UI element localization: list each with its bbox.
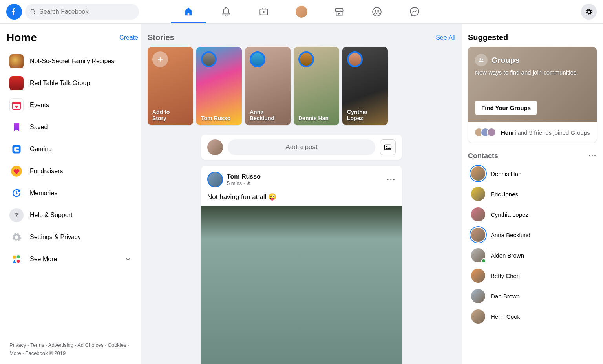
contact-name: Henri Cook [491,313,520,320]
post-image[interactable] [201,206,402,364]
post-card: Tom Russo 5 mins · ··· Not having fun at… [201,166,402,364]
footer-link[interactable]: Terms [30,342,44,348]
suggested-title: Suggested [468,33,597,42]
contact-avatar [471,309,485,324]
sidebar-item-help[interactable]: Help & Support [6,204,138,226]
groups-icon [372,7,382,17]
footer-link[interactable]: Ad Choices [77,342,103,348]
story-item[interactable]: Anna Becklund [245,47,291,125]
svg-point-14 [480,58,482,60]
contact-name: Aiden Brown [491,252,524,259]
sidebar-right: Suggested Groups New ways to find and jo… [462,24,603,364]
sidebar-item-recipes[interactable]: Not-So-Secret Family Recipes [6,50,138,72]
sidebar-item-settings[interactable]: Settings & Privacy [6,226,138,248]
post-avatar[interactable] [207,172,223,187]
friends-icon [247,181,251,185]
contacts-more-button[interactable]: ··· [588,152,597,160]
sidebar-item-redtable[interactable]: Red Table Talk Group [6,72,138,94]
find-groups-button[interactable]: Find Your Groups [475,101,537,115]
sidebar-item-gaming[interactable]: Gaming [6,138,138,160]
composer-input[interactable]: Add a post [228,139,375,155]
messenger-icon [409,7,420,17]
story-label: Add to Story [152,109,188,121]
sidebar-item-label: Saved [30,124,48,131]
story-item[interactable]: Dennis Han [294,47,339,125]
contact-item[interactable]: Cynthia Lopez [468,204,597,225]
contact-name: Dan Brown [491,293,520,300]
composer-photo-button[interactable] [380,139,396,155]
search-input[interactable] [39,8,134,15]
contact-name: Dennis Han [491,170,521,177]
story-add[interactable]: Add to Story [148,47,193,125]
online-indicator [481,258,486,263]
contact-item[interactable]: Dennis Han [468,163,597,184]
fundraisers-icon [9,164,24,178]
svg-point-2 [375,10,376,11]
sidebar-item-label: See More [30,256,57,263]
contact-item[interactable]: Dan Brown [468,286,597,306]
svg-point-9 [17,255,20,258]
post-meta: 5 mins · [227,180,261,186]
create-link[interactable]: Create [119,34,138,41]
search-bar[interactable] [25,4,139,20]
settings-button[interactable] [581,4,597,20]
contact-item[interactable]: Betty Chen [468,265,597,286]
groups-promo[interactable]: Groups New ways to find and join communi… [468,47,597,143]
contact-item[interactable]: Aiden Brown [468,245,597,265]
svg-rect-8 [13,256,16,259]
sidebar-item-memories[interactable]: Memories [6,182,138,204]
facebook-logo[interactable] [6,4,22,20]
post-text: Not having fun at all 😜 [201,191,402,206]
home-title: Home [6,31,37,44]
story-item[interactable]: Cynthia Lopez [342,47,388,125]
contact-avatar [471,228,485,242]
see-more-icon [9,252,24,266]
footer-link[interactable]: More [9,350,21,356]
nav-watch[interactable] [247,0,281,23]
video-icon [259,7,269,17]
home-icon [183,6,194,17]
nav-tabs [171,0,432,23]
contact-item[interactable]: Henri Cook [468,306,597,327]
stories-title: Stories [148,33,174,42]
svg-point-12 [248,182,249,183]
settings-privacy-icon [9,230,24,244]
svg-point-15 [482,59,483,60]
svg-point-1 [373,7,381,16]
contact-item[interactable]: Eric Jones [468,184,597,204]
contacts-list: Dennis HanEric JonesCynthia LopezAnna Be… [468,163,597,327]
svg-point-11 [386,146,387,147]
sidebar-item-label: Events [30,102,49,109]
svg-point-3 [377,10,379,11]
memories-icon [9,186,24,200]
footer-link[interactable]: Privacy [9,342,26,348]
footer-link[interactable]: Cookies [108,342,126,348]
contact-avatar [471,207,485,221]
nav-marketplace[interactable] [322,0,356,23]
contact-name: Betty Chen [491,273,520,279]
footer-copy: Facebook © 2019 [25,350,66,356]
composer-avatar[interactable] [207,139,223,155]
story-item[interactable]: Tom Russo [196,47,242,125]
contact-name: Anna Becklund [491,232,530,238]
post-author[interactable]: Tom Russo [227,173,261,180]
plus-icon [152,51,168,67]
footer-link[interactable]: Advertising [48,342,73,348]
post-more-button[interactable]: ··· [387,175,396,184]
story-avatar [347,51,363,67]
promo-foot-text: and 9 friends joined Groups [516,129,590,136]
sidebar-item-fundraisers[interactable]: Fundraisers [6,160,138,182]
redtable-icon [9,76,24,90]
bell-icon [221,7,231,17]
contacts-title: Contacts [468,152,498,160]
nav-groups[interactable] [360,0,394,23]
sidebar-item-saved[interactable]: Saved [6,116,138,138]
sidebar-item-events[interactable]: Events [6,94,138,116]
nav-messenger[interactable] [397,0,432,23]
sidebar-item-seemore[interactable]: See More [6,248,138,270]
nav-notifications[interactable] [209,0,243,23]
nav-home[interactable] [171,0,206,23]
nav-profile[interactable] [284,0,319,23]
stories-see-all[interactable]: See All [436,34,455,41]
contact-item[interactable]: Anna Becklund [468,225,597,245]
